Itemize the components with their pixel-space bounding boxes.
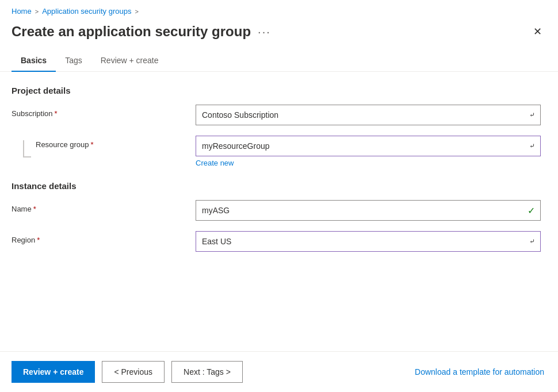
page-title: Create an application security group — [12, 24, 251, 40]
subscription-required: * — [55, 109, 58, 118]
resource-group-group: Resource group * myResourceGroup ⤶ Creat… — [12, 136, 546, 167]
subscription-select-wrapper: Contoso Subscription ⤶ — [196, 105, 541, 125]
resource-group-label: Resource group * — [36, 140, 94, 149]
form-body: Project details Subscription * Contoso S… — [0, 86, 558, 252]
name-group: Name * ✓ — [12, 200, 546, 221]
breadcrumb-home[interactable]: Home — [12, 7, 32, 16]
name-field-wrapper: ✓ — [196, 200, 541, 221]
create-new-link[interactable]: Create new — [196, 159, 234, 167]
name-valid-icon: ✓ — [528, 205, 535, 216]
subscription-group: Subscription * Contoso Subscription ⤶ — [12, 105, 546, 125]
close-button[interactable]: ✕ — [528, 22, 546, 41]
breadcrumb-section[interactable]: Application security groups — [42, 7, 131, 16]
tab-tags[interactable]: Tags — [56, 50, 91, 72]
subscription-select[interactable]: Contoso Subscription — [196, 105, 541, 125]
tab-basics[interactable]: Basics — [12, 50, 56, 72]
breadcrumb-sep-1: > — [35, 8, 39, 15]
next-button[interactable]: Next : Tags > — [171, 361, 243, 383]
region-select[interactable]: East US West US West Europe — [196, 231, 541, 252]
subscription-label: Subscription * — [12, 109, 196, 118]
region-required: * — [37, 236, 40, 244]
name-label: Name * — [12, 205, 196, 213]
tab-review-create[interactable]: Review + create — [91, 50, 168, 72]
region-label: Region * — [12, 236, 196, 244]
download-template-link[interactable]: Download a template for automation — [412, 363, 546, 381]
review-create-button[interactable]: Review + create — [12, 361, 95, 383]
project-details-title: Project details — [12, 86, 546, 95]
resource-group-required: * — [91, 140, 94, 149]
breadcrumb: Home > Application security groups > — [0, 0, 558, 20]
name-input[interactable] — [196, 200, 541, 221]
region-group: Region * East US West US West Europe ⤶ — [12, 231, 546, 252]
name-required: * — [33, 205, 36, 213]
resource-group-select-wrapper: myResourceGroup ⤶ — [196, 136, 541, 156]
more-options-icon[interactable]: ··· — [258, 25, 271, 39]
footer: Review + create < Previous Next : Tags >… — [0, 351, 558, 392]
resource-group-select[interactable]: myResourceGroup — [196, 136, 541, 156]
tabs-container: Basics Tags Review + create — [0, 50, 558, 72]
previous-button[interactable]: < Previous — [102, 361, 165, 383]
instance-details-title: Instance details — [12, 181, 546, 191]
region-select-wrapper: East US West US West Europe ⤶ — [196, 231, 541, 252]
rg-bracket — [23, 140, 31, 157]
breadcrumb-sep-2: > — [135, 8, 138, 15]
page-header: Create an application security group ···… — [0, 20, 558, 50]
